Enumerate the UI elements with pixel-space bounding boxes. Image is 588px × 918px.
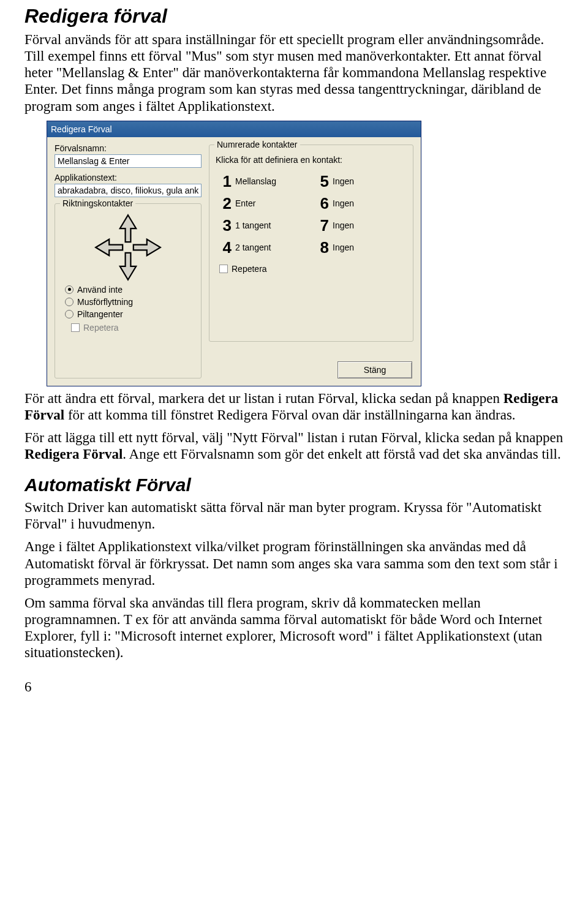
dialog-titlebar[interactable]: Redigera Förval xyxy=(47,121,421,137)
label-forvalsnamn: Förvalsnamn: xyxy=(55,143,202,153)
input-forvalsnamn[interactable] xyxy=(55,154,202,168)
input-applikationstext[interactable] xyxy=(55,184,202,197)
checkbox-repetera-disabled: Repetera xyxy=(71,323,195,333)
groupbox-numrerade-kontakter-title: Numrerade kontakter xyxy=(214,140,300,149)
contact-number: 6 xyxy=(313,195,329,211)
svg-marker-0 xyxy=(120,215,136,242)
dialog-title: Redigera Förval xyxy=(51,124,112,134)
radio-icon xyxy=(65,285,74,294)
paragraph-new-forval: För att lägga till ett nytt förval, välj… xyxy=(24,429,564,462)
contact-number: 5 xyxy=(313,173,329,189)
radio-anvand-inte[interactable]: Använd inte xyxy=(65,285,195,295)
radio-icon xyxy=(65,298,74,306)
svg-marker-3 xyxy=(134,239,160,255)
paragraph-auto-1: Switch Driver kan automatiskt sätta förv… xyxy=(24,499,564,532)
label-num-hint: Klicka för att definiera en kontakt: xyxy=(216,155,407,165)
groupbox-riktningskontakter-title: Riktningskontakter xyxy=(60,198,135,208)
contact-number: 7 xyxy=(313,217,329,233)
contact-number: 8 xyxy=(313,239,329,255)
checkbox-repetera[interactable]: Repetera xyxy=(219,264,407,274)
close-button[interactable]: Stäng xyxy=(337,361,412,378)
page-number: 6 xyxy=(24,679,564,695)
radio-label: Använd inte xyxy=(77,285,123,295)
svg-marker-2 xyxy=(96,239,123,255)
radio-icon xyxy=(65,310,74,318)
radio-label: Piltangenter xyxy=(77,309,123,319)
heading-automatiskt-forval: Automatiskt Förval xyxy=(24,475,564,495)
contact-number: 1 xyxy=(216,173,232,189)
text: För att lägga till ett nytt förval, välj… xyxy=(24,430,563,445)
contact-number: 3 xyxy=(216,217,232,233)
radio-label: Musförflyttning xyxy=(77,297,133,307)
paragraph-edit-forval: För att ändra ett förval, markera det ur… xyxy=(24,390,564,423)
checkbox-icon xyxy=(71,323,80,332)
contact-number: 2 xyxy=(216,195,232,211)
contact-1[interactable]: Mellanslag xyxy=(235,176,309,186)
text: För att ändra ett förval, markera det ur… xyxy=(24,391,503,406)
contact-2[interactable]: Enter xyxy=(235,198,309,208)
checkbox-icon xyxy=(219,265,228,273)
contact-5[interactable]: Ingen xyxy=(333,176,407,186)
checkbox-label: Repetera xyxy=(232,264,267,274)
svg-marker-1 xyxy=(120,252,136,279)
paragraph-auto-2: Ange i fältet Applikationstext vilka/vil… xyxy=(24,538,564,588)
dialog-redigera-forval: Redigera Förval Förvalsnamn: Applikation… xyxy=(47,121,421,386)
direction-arrows-icon xyxy=(94,214,162,281)
checkbox-label: Repetera xyxy=(83,323,119,333)
intro-paragraph-1: Förval används för att spara inställning… xyxy=(24,31,564,115)
contact-6[interactable]: Ingen xyxy=(333,198,407,208)
text-bold: Redigera Förval xyxy=(24,446,123,462)
label-applikationstext: Applikationstext: xyxy=(55,173,202,182)
radio-musforflyttning[interactable]: Musförflyttning xyxy=(65,297,195,307)
contact-3[interactable]: 1 tangent xyxy=(235,220,309,230)
heading-redigera-forval: Redigera förval xyxy=(24,5,564,28)
text: för att komma till fönstret Redigera För… xyxy=(64,407,515,423)
contact-4[interactable]: 2 tangent xyxy=(235,243,309,252)
contact-7[interactable]: Ingen xyxy=(333,220,407,230)
radio-piltangenter[interactable]: Piltangenter xyxy=(65,309,195,319)
paragraph-auto-3: Om samma förval ska användas till flera … xyxy=(24,595,564,661)
contact-8[interactable]: Ingen xyxy=(333,243,407,252)
contact-number: 4 xyxy=(216,239,232,255)
text: . Ange ett Förvalsnamn som gör det enkel… xyxy=(123,446,560,462)
